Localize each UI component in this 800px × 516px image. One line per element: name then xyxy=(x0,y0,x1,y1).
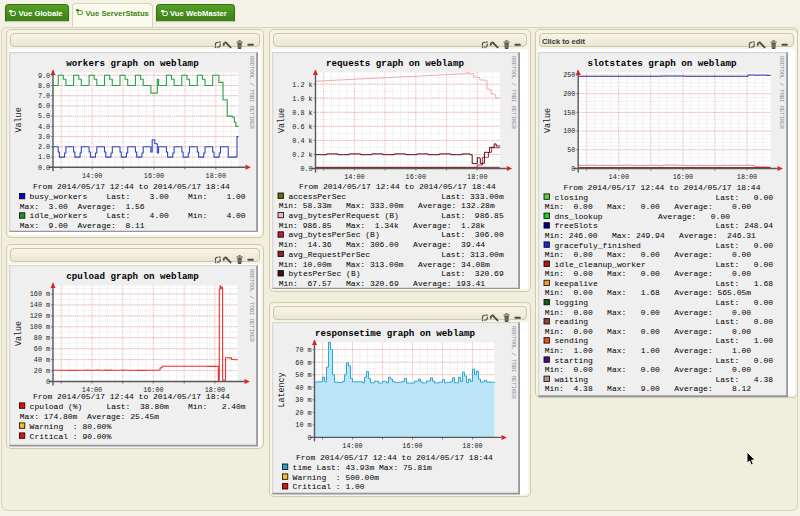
svg-text:freeSlots: freeSlots xyxy=(555,221,598,230)
svg-text:0: 0 xyxy=(571,164,575,172)
svg-text:0.4 k: 0.4 k xyxy=(292,136,312,144)
svg-text:160 m: 160 m xyxy=(30,290,50,298)
svg-text:Min: 14.36 Max: 306.00 Av: Min: 14.36 Max: 306.00 Average: 39.44 xyxy=(278,240,485,249)
svg-text:starting: starting xyxy=(555,355,594,364)
svg-text:Min: 1.00 Max: 1.00 Ave: Min: 1.00 Max: 1.00 Average: 1.00 xyxy=(545,345,752,354)
svg-text:14:00: 14:00 xyxy=(342,442,362,450)
svg-text:keepalive: keepalive xyxy=(555,278,598,287)
svg-text:Min: 986.85 Max: 1.34k Av: Min: 986.85 Max: 1.34k Average: 1.28k xyxy=(278,220,485,229)
svg-text:time Last: 43.93m Max: 75.81m: time Last: 43.93m Max: 75.81m xyxy=(292,463,431,472)
svg-text:Min: 0.00 Max: 0.00 Ave: Min: 0.00 Max: 0.00 Average: 0.00 xyxy=(545,365,752,374)
svg-text:requests graph on weblamp: requests graph on weblamp xyxy=(326,57,464,68)
svg-text:Last: 0.00: Last: 0.00 xyxy=(715,192,773,201)
svg-text:Latency: Latency xyxy=(276,372,286,407)
svg-text:250: 250 xyxy=(563,71,575,79)
svg-text:RRDTOOL / TOBI OETIKER: RRDTOOL / TOBI OETIKER xyxy=(509,56,516,129)
svg-text:80 m: 80 m xyxy=(34,334,50,342)
svg-text:Min: 0.00 Max: 0.00 Ave: Min: 0.00 Max: 0.00 Average: 0.00 xyxy=(545,326,752,335)
svg-text:Last: 1.68: Last: 1.68 xyxy=(715,278,773,287)
svg-text:18:00: 18:00 xyxy=(467,172,487,180)
svg-text:avg_bytesPerSec (B): avg_bytesPerSec (B) xyxy=(288,230,379,239)
svg-text:From 2014/05/17 12:44 to 2014/: From 2014/05/17 12:44 to 2014/05/17 18:4… xyxy=(296,453,493,462)
svg-text:2.0: 2.0 xyxy=(38,143,50,151)
svg-text:Value: Value xyxy=(543,107,553,132)
svg-text:16:00: 16:00 xyxy=(673,172,693,180)
svg-text:200: 200 xyxy=(563,90,575,98)
svg-text:100: 100 xyxy=(563,127,575,135)
svg-text:avg_bytesPerRequest (B): avg_bytesPerRequest (B) xyxy=(288,211,398,220)
svg-text:140 m: 140 m xyxy=(30,301,50,309)
svg-text:Min: 58.33m Max: 333.00m A: Min: 58.33m Max: 333.00m Average: 132.28… xyxy=(278,201,494,210)
svg-text:Last: 320.69: Last: 320.69 xyxy=(441,269,504,278)
svg-text:RRDTOOL / TOBI OETIKER: RRDTOOL / TOBI OETIKER xyxy=(778,56,785,129)
svg-text:0.8 k: 0.8 k xyxy=(292,108,312,116)
svg-text:Min: 10.00m Max: 313.00m A: Min: 10.00m Max: 313.00m Average: 34.08m xyxy=(278,259,489,268)
svg-text:Value: Value xyxy=(14,107,24,132)
svg-text:cpuload (%) Last: 38.80m: cpuload (%) Last: 38.80m Min: 2.40m xyxy=(30,402,246,411)
svg-text:busy_workers Last: 3.00: busy_workers Last: 3.00 Min: 1.00 xyxy=(30,192,246,201)
svg-text:Min: 0.00 Max: 0.00 Ave: Min: 0.00 Max: 0.00 Average: 0.00 xyxy=(545,250,752,259)
svg-text:16:00: 16:00 xyxy=(405,172,425,180)
svg-text:idle_cleanup_worker: idle_cleanup_worker xyxy=(555,259,646,268)
svg-text:18:00: 18:00 xyxy=(737,172,757,180)
svg-text:Min: 0.00 Max: 0.00 Ave: Min: 0.00 Max: 0.00 Average: 0.00 xyxy=(545,269,752,278)
svg-text:Min: 0.00 Max: 0.00 Ave: Min: 0.00 Max: 0.00 Average: 0.00 xyxy=(545,202,752,211)
svg-text:Min: 0.00 Max: 0.00 Ave: Min: 0.00 Max: 0.00 Average: 0.00 xyxy=(545,307,752,316)
svg-text:0.6 k: 0.6 k xyxy=(292,122,312,130)
svg-text:14:00: 14:00 xyxy=(344,172,364,180)
svg-text:Max: 174.80m Average: 25.45m: Max: 174.80m Average: 25.45m xyxy=(20,412,159,421)
svg-text:reading: reading xyxy=(555,317,589,326)
svg-text:40 m: 40 m xyxy=(295,384,311,392)
svg-text:dns_lookup: dns_lookup xyxy=(555,211,603,220)
svg-text:150: 150 xyxy=(563,108,575,116)
svg-text:16:00: 16:00 xyxy=(402,442,422,450)
svg-text:From 2014/05/17 12:44 to 2014/: From 2014/05/17 12:44 to 2014/05/17 18:4… xyxy=(33,392,230,401)
svg-text:18:00: 18:00 xyxy=(206,171,226,179)
svg-text:20 m: 20 m xyxy=(34,367,50,375)
svg-text:bytesPerSec (B): bytesPerSec (B) xyxy=(288,269,360,278)
svg-text:waiting: waiting xyxy=(555,374,589,383)
svg-text:From 2014/05/17 12:44 to 2014/: From 2014/05/17 12:44 to 2014/05/17 18:4… xyxy=(564,182,761,191)
svg-text:logging: logging xyxy=(555,298,589,307)
svg-text:Last: 986.85: Last: 986.85 xyxy=(441,211,504,220)
svg-text:3.0: 3.0 xyxy=(38,132,50,140)
svg-text:Last: 1.00: Last: 1.00 xyxy=(715,336,773,345)
svg-text:20 m: 20 m xyxy=(295,409,311,417)
svg-text:Last: 0.00: Last: 0.00 xyxy=(715,259,773,268)
svg-text:16:00: 16:00 xyxy=(144,171,164,179)
svg-text:100 m: 100 m xyxy=(30,323,50,331)
svg-text:Last: 0.00: Last: 0.00 xyxy=(715,298,773,307)
svg-text:Max: 3.00 Average: 1.56: Max: 3.00 Average: 1.56 xyxy=(20,201,145,210)
svg-text:18:00: 18:00 xyxy=(462,442,482,450)
svg-text:1.0 k: 1.0 k xyxy=(292,94,312,102)
svg-text:7.0: 7.0 xyxy=(38,92,50,100)
svg-text:From 2014/05/17 12:44 to 2014/: From 2014/05/17 12:44 to 2014/05/17 18:4… xyxy=(33,182,230,191)
svg-text:0: 0 xyxy=(46,378,50,386)
svg-text:Max: 9.00 Average: 8.11: Max: 9.00 Average: 8.11 xyxy=(20,221,145,230)
svg-text:1.2 k: 1.2 k xyxy=(292,80,312,88)
svg-text:Min: 246.00 Max: 249.94 Av: Min: 246.00 Max: 249.94 Average: 246.31 xyxy=(545,230,756,239)
svg-text:14:00: 14:00 xyxy=(82,171,102,179)
svg-text:RRDTOOL / TOBI OETIKER: RRDTOOL / TOBI OETIKER xyxy=(509,326,516,399)
svg-text:responsetime graph on weblamp: responsetime graph on weblamp xyxy=(315,328,475,339)
svg-text:50: 50 xyxy=(567,146,575,154)
svg-text:Last: 0.00: Last: 0.00 xyxy=(715,317,773,326)
svg-text:sending: sending xyxy=(555,336,589,345)
svg-text:9.0: 9.0 xyxy=(38,71,50,79)
svg-text:Critical : 1.00: Critical : 1.00 xyxy=(292,482,364,491)
svg-text:50 m: 50 m xyxy=(295,371,311,379)
svg-text:60 m: 60 m xyxy=(34,345,50,353)
svg-text:0.0: 0.0 xyxy=(38,163,50,171)
svg-text:Warning : 80.00%: Warning : 80.00% xyxy=(30,422,112,431)
svg-text:Min: 4.38 Max: 9.00 Ave: Min: 4.38 Max: 9.00 Average: 8.12 xyxy=(545,384,752,393)
svg-text:40 m: 40 m xyxy=(34,356,50,364)
svg-text:cpuload graph on weblamp: cpuload graph on weblamp xyxy=(66,271,199,282)
svg-text:120 m: 120 m xyxy=(30,312,50,320)
svg-text:0.2 k: 0.2 k xyxy=(292,150,312,158)
svg-text:From 2014/05/17 12:44 to 2014/: From 2014/05/17 12:44 to 2014/05/17 18:4… xyxy=(298,181,495,190)
svg-text:Min: 67.57 Max: 320.69 Av: Min: 67.57 Max: 320.69 Average: 193.41 xyxy=(278,278,485,287)
svg-text:Last: 0.00: Last: 0.00 xyxy=(715,240,773,249)
svg-text:Last: 333.00m: Last: 333.00m xyxy=(441,191,504,200)
svg-text:30 m: 30 m xyxy=(295,396,311,404)
svg-text:slotstates graph on weblamp: slotstates graph on weblamp xyxy=(588,57,737,68)
